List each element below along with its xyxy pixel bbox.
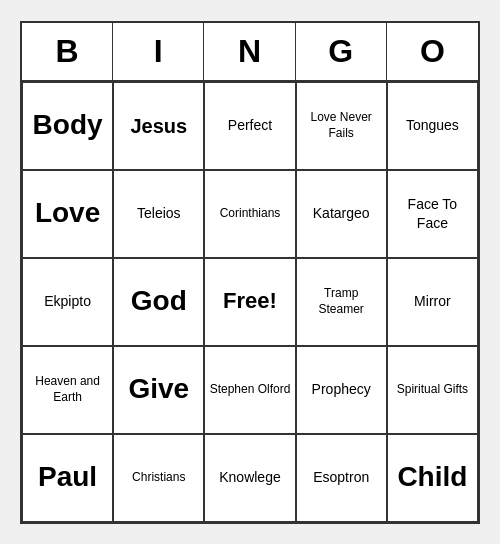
cell-2-2: Free! (204, 258, 295, 346)
header-letter-b: B (22, 23, 113, 80)
bingo-card: BINGO BodyJesusPerfectLove Never FailsTo… (20, 21, 480, 524)
cell-4-3: Esoptron (296, 434, 387, 522)
cell-0-4: Tongues (387, 82, 478, 170)
header-letter-i: I (113, 23, 204, 80)
cell-3-4: Spiritual Gifts (387, 346, 478, 434)
cell-3-3: Prophecy (296, 346, 387, 434)
cell-3-0: Heaven and Earth (22, 346, 113, 434)
cell-2-1: God (113, 258, 204, 346)
cell-2-4: Mirror (387, 258, 478, 346)
cell-1-2: Corinthians (204, 170, 295, 258)
cell-2-3: Tramp Steamer (296, 258, 387, 346)
cell-1-0: Love (22, 170, 113, 258)
header-letter-o: O (387, 23, 478, 80)
bingo-header: BINGO (22, 23, 478, 82)
cell-1-1: Teleios (113, 170, 204, 258)
cell-0-0: Body (22, 82, 113, 170)
cell-1-4: Face To Face (387, 170, 478, 258)
cell-0-3: Love Never Fails (296, 82, 387, 170)
cell-0-1: Jesus (113, 82, 204, 170)
header-letter-n: N (204, 23, 295, 80)
cell-1-3: Katargeo (296, 170, 387, 258)
cell-4-1: Christians (113, 434, 204, 522)
cell-4-2: Knowlege (204, 434, 295, 522)
bingo-grid: BodyJesusPerfectLove Never FailsTonguesL… (22, 82, 478, 522)
header-letter-g: G (296, 23, 387, 80)
cell-3-2: Stephen Olford (204, 346, 295, 434)
cell-3-1: Give (113, 346, 204, 434)
cell-0-2: Perfect (204, 82, 295, 170)
cell-2-0: Ekpipto (22, 258, 113, 346)
cell-4-4: Child (387, 434, 478, 522)
cell-4-0: Paul (22, 434, 113, 522)
